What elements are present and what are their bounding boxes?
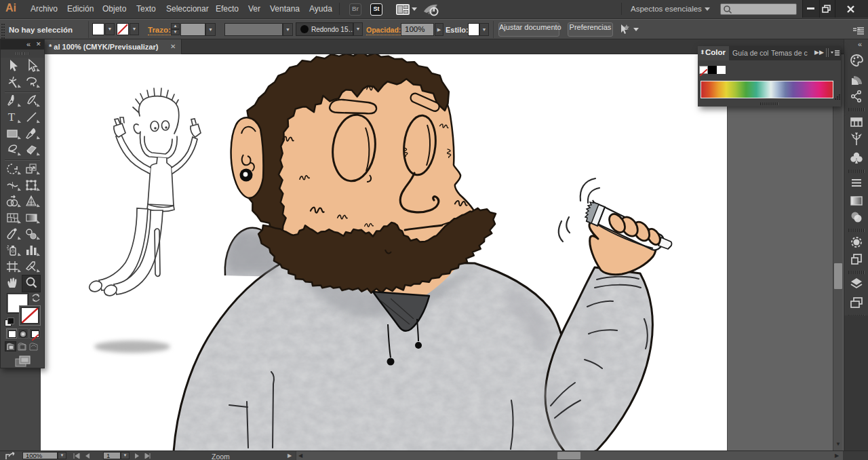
svg-text:T: T <box>8 111 16 123</box>
